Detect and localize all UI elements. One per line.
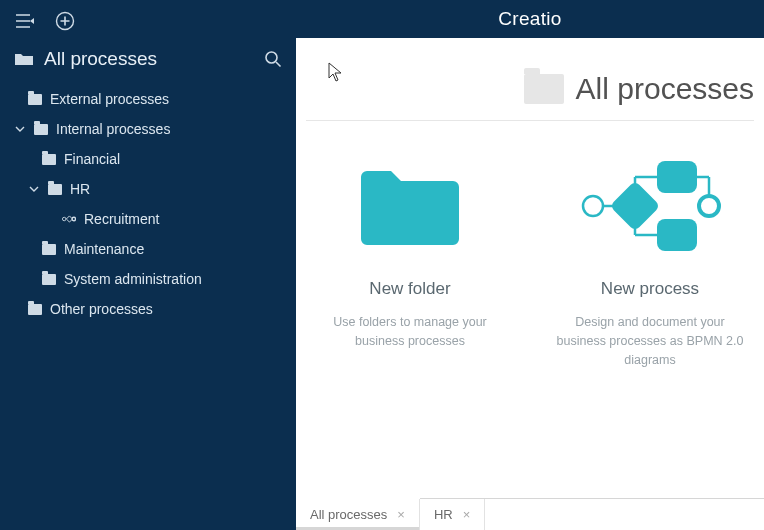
folder-graphic-icon (355, 151, 465, 261)
new-folder-card[interactable]: New folder Use folders to manage your bu… (310, 151, 510, 369)
card-desc: Use folders to manage your business proc… (310, 313, 510, 351)
content-area: All processes New folder Use folders to … (296, 38, 764, 530)
folder-tree: External processes Internal processes Fi… (0, 80, 296, 324)
cards-row: New folder Use folders to manage your bu… (306, 151, 754, 369)
sidebar-item-label: HR (70, 181, 90, 197)
card-desc: Design and document your business proces… (550, 313, 750, 369)
svg-rect-10 (657, 161, 697, 193)
sidebar-item-hr[interactable]: HR (0, 174, 296, 204)
svg-point-1 (266, 52, 277, 63)
folder-icon (14, 51, 34, 67)
svg-point-5 (583, 196, 603, 216)
chevron-down-icon (28, 184, 40, 194)
sidebar-title: All processes (44, 48, 157, 70)
sidebar-item-external-processes[interactable]: External processes (0, 84, 296, 114)
sidebar-item-label: Maintenance (64, 241, 144, 257)
folder-icon (42, 154, 56, 165)
close-icon[interactable]: × (463, 507, 471, 522)
card-title: New folder (369, 279, 450, 299)
sidebar-section-header: All processes (0, 38, 296, 80)
folder-icon (34, 124, 48, 135)
chevron-down-icon (14, 124, 26, 134)
page-header: All processes (306, 66, 754, 121)
sidebar-item-label: Financial (64, 151, 120, 167)
process-icon (62, 212, 76, 226)
collapse-sidebar-icon[interactable] (14, 10, 36, 32)
sidebar-item-recruitment[interactable]: Recruitment (0, 204, 296, 234)
folder-icon (28, 94, 42, 105)
sidebar: All processes External processes Interna… (0, 0, 296, 530)
tabs-bar: All processes × HR × (296, 498, 764, 530)
sidebar-toolbar (0, 0, 296, 38)
sidebar-item-maintenance[interactable]: Maintenance (0, 234, 296, 264)
tab-label: All processes (310, 507, 387, 522)
close-icon[interactable]: × (397, 507, 405, 522)
new-process-card[interactable]: New process Design and document your bus… (550, 151, 750, 369)
add-icon[interactable] (54, 10, 76, 32)
svg-point-16 (699, 196, 719, 216)
sidebar-item-system-administration[interactable]: System administration (0, 264, 296, 294)
svg-point-2 (62, 217, 66, 221)
search-icon[interactable] (264, 50, 282, 68)
sidebar-item-label: System administration (64, 271, 202, 287)
folder-icon (524, 74, 564, 104)
folder-icon (48, 184, 62, 195)
folder-icon (28, 304, 42, 315)
sidebar-item-financial[interactable]: Financial (0, 144, 296, 174)
sidebar-item-internal-processes[interactable]: Internal processes (0, 114, 296, 144)
sidebar-item-label: External processes (50, 91, 169, 107)
card-title: New process (601, 279, 699, 299)
process-graphic-icon (575, 151, 725, 261)
brand-logo: Creatio (498, 8, 561, 30)
main-panel: Creatio All processes New folder Use fol… (296, 0, 764, 530)
svg-rect-13 (657, 219, 697, 251)
svg-point-4 (72, 217, 76, 221)
tab-hr[interactable]: HR × (420, 499, 485, 530)
page-title: All processes (576, 72, 754, 106)
sidebar-item-label: Internal processes (56, 121, 170, 137)
sidebar-item-label: Recruitment (84, 211, 159, 227)
brand-bar: Creatio (296, 0, 764, 38)
sidebar-item-other-processes[interactable]: Other processes (0, 294, 296, 324)
tab-label: HR (434, 507, 453, 522)
cursor-icon (328, 62, 344, 82)
sidebar-item-label: Other processes (50, 301, 153, 317)
svg-rect-7 (610, 181, 661, 232)
tab-all-processes[interactable]: All processes × (296, 499, 420, 530)
folder-icon (42, 274, 56, 285)
folder-icon (42, 244, 56, 255)
